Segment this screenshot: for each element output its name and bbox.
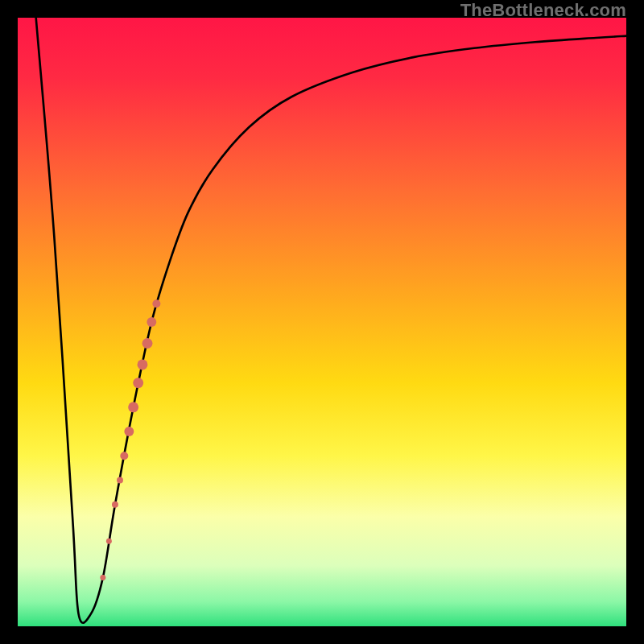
highlight-marker [138, 359, 148, 369]
bottleneck-curve [36, 18, 626, 623]
highlight-marker [147, 317, 156, 327]
highlight-marker [128, 402, 138, 412]
highlight-markers [100, 299, 160, 580]
highlight-marker [100, 575, 105, 580]
curve-layer [18, 18, 626, 626]
highlight-marker [120, 452, 128, 460]
highlight-marker [124, 427, 134, 436]
highlight-marker [142, 338, 153, 349]
highlight-marker [133, 378, 143, 388]
highlight-marker [152, 299, 160, 308]
chart-stage: TheBottleneck.com [0, 0, 644, 644]
highlight-marker [106, 539, 112, 544]
plot-area [16, 16, 628, 628]
highlight-marker [112, 502, 118, 508]
highlight-marker [117, 477, 123, 484]
